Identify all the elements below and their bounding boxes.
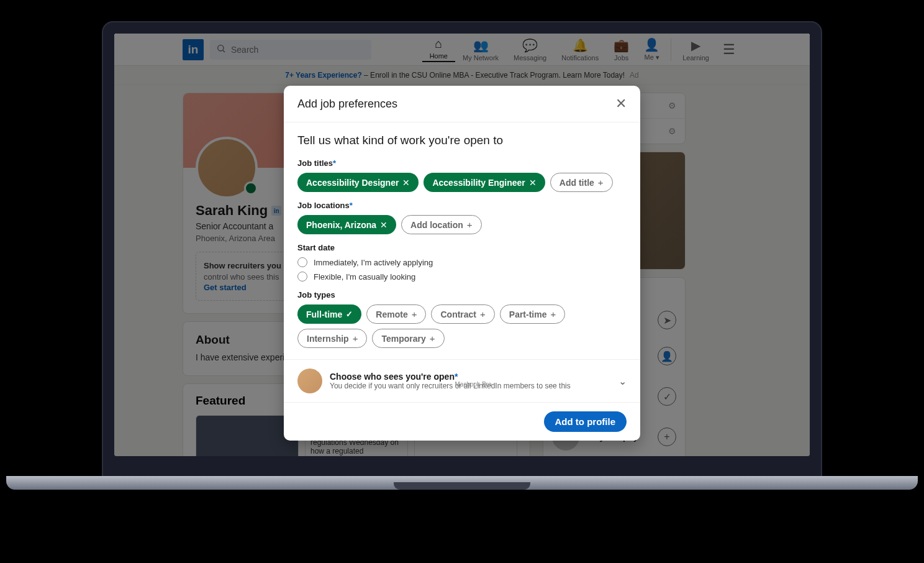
modal-footer: Add to profile xyxy=(284,402,640,441)
add-title-button[interactable]: Add title+ xyxy=(550,173,613,192)
laptop-notch xyxy=(394,482,530,490)
plus-icon: + xyxy=(412,309,417,319)
job-title-chip[interactable]: Accessibility Designer✕ xyxy=(297,173,419,192)
modal-subtitle: Tell us what kind of work you're open to xyxy=(297,134,627,147)
laptop-frame: in ⌂Home 👥My Network 💬Messaging 🔔Notific… xyxy=(102,21,822,481)
plus-icon: + xyxy=(598,177,604,188)
remove-icon[interactable]: ✕ xyxy=(529,178,537,188)
modal-body: Tell us what kind of work you're open to… xyxy=(284,122,640,359)
start-date-option-flexible[interactable]: Flexible, I'm casually looking xyxy=(297,272,627,282)
remove-icon[interactable]: ✕ xyxy=(402,178,410,188)
job-titles-chips: Accessibility Designer✕ Accessibility En… xyxy=(297,173,627,192)
job-type-internship[interactable]: Internship+ xyxy=(297,329,367,348)
plus-icon: + xyxy=(467,219,473,230)
plus-icon: + xyxy=(480,309,486,319)
job-location-chip[interactable]: Phoenix, Arizona✕ xyxy=(297,215,396,234)
job-type-parttime[interactable]: Part-time+ xyxy=(500,304,565,324)
job-types-label: Job types xyxy=(297,290,627,300)
screen: in ⌂Home 👥My Network 💬Messaging 🔔Notific… xyxy=(114,34,810,456)
job-title-chip[interactable]: Accessibility Engineer✕ xyxy=(424,173,545,192)
job-titles-label: Job titles* xyxy=(297,158,627,168)
add-to-profile-button[interactable]: Add to profile xyxy=(544,411,627,432)
check-icon: ✓ xyxy=(346,309,353,319)
modal-header: Add job preferences ✕ xyxy=(284,86,640,122)
job-type-remote[interactable]: Remote+ xyxy=(366,304,426,324)
close-icon: ✕ xyxy=(615,96,627,111)
start-date-option-immediately[interactable]: Immediately, I'm actively applying xyxy=(297,257,627,267)
plus-icon: + xyxy=(550,309,556,319)
job-locations-chips: Phoenix, Arizona✕ Add location+ xyxy=(297,215,627,234)
job-locations-label: Job locations* xyxy=(297,201,627,210)
laptop-label: Macbook Pro xyxy=(114,381,832,388)
modal-title: Add job preferences xyxy=(297,98,397,111)
start-date-label: Start date xyxy=(297,243,627,252)
plus-icon: + xyxy=(430,333,435,344)
job-type-fulltime[interactable]: Full-time✓ xyxy=(297,304,361,324)
job-types-chips: Full-time✓ Remote+ Contract+ Part-time+ … xyxy=(297,304,627,348)
visibility-title: Choose who sees you're open* xyxy=(330,372,611,382)
job-type-contract[interactable]: Contract+ xyxy=(431,304,494,324)
modal-overlay: Add job preferences ✕ Tell us what kind … xyxy=(114,34,810,456)
add-location-button[interactable]: Add location+ xyxy=(401,215,482,234)
job-type-temporary[interactable]: Temporary+ xyxy=(372,329,444,348)
remove-icon[interactable]: ✕ xyxy=(380,220,387,230)
plus-icon: + xyxy=(353,333,358,344)
radio-icon xyxy=(297,272,307,282)
close-button[interactable]: ✕ xyxy=(615,96,627,112)
radio-icon xyxy=(297,257,307,267)
